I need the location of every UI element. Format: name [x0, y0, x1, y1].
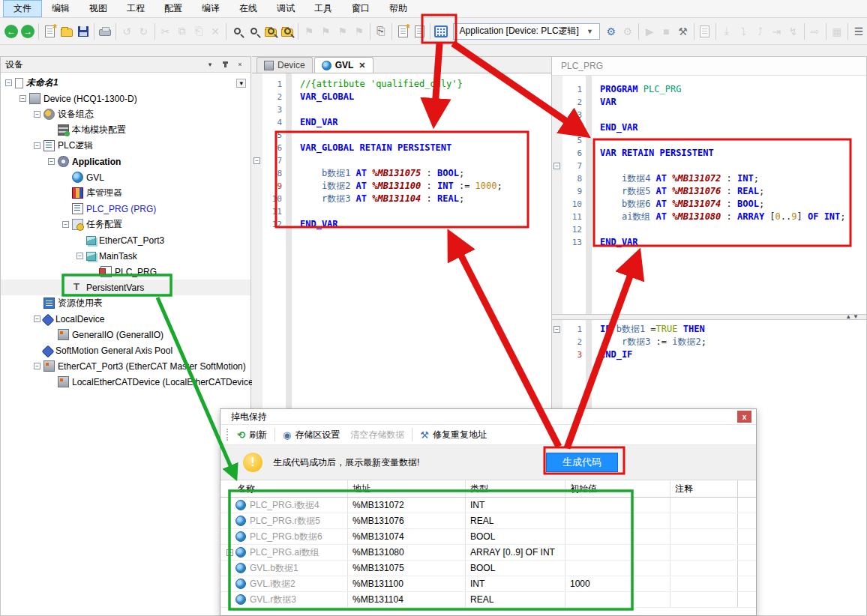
fold-marker-icon[interactable]: −	[554, 326, 560, 333]
code-line[interactable]	[600, 109, 866, 121]
tree-item-资源使用表[interactable]: 资源使用表	[1, 295, 250, 311]
tab-gvl[interactable]: GVL✕	[314, 57, 374, 73]
close-icon[interactable]: ×	[234, 59, 246, 70]
code-line[interactable]	[300, 154, 551, 167]
new-file-icon[interactable]	[42, 23, 57, 40]
code-line[interactable]: END_VAR	[600, 121, 866, 134]
fold-marker-icon[interactable]: −	[254, 157, 260, 164]
fold-marker-icon[interactable]: −	[554, 163, 560, 169]
code-line[interactable]: //{attribute 'qualified_only'}	[300, 78, 551, 91]
tree-item-GVL[interactable]: GVL	[1, 169, 250, 185]
step-into-icon[interactable]: ⤵	[736, 23, 751, 40]
column-header-地址[interactable]: 地址	[348, 480, 466, 497]
tree-item-LocalDevice[interactable]: −LocalDevice	[1, 311, 250, 327]
stop-icon[interactable]: ■	[658, 23, 674, 40]
code-line[interactable]: b数据6 AT %MB131074 : BOOL;	[600, 198, 866, 211]
bookmark-clear-icon[interactable]: ⚑	[352, 23, 367, 40]
paste-icon[interactable]: ⎗	[191, 23, 206, 40]
code-line[interactable]: i数据2 AT %MB131100 : INT := 1000;	[300, 180, 551, 193]
menu-帮助[interactable]: 帮助	[380, 0, 417, 17]
column-header-初始值[interactable]: 初始值	[566, 480, 670, 497]
splitter-arrows-icon[interactable]: ▲▼	[845, 313, 860, 320]
table-row[interactable]: PLC_PRG.r数据5%MB131076REAL	[220, 513, 756, 529]
bookmark-prev-icon[interactable]: ⚑	[318, 23, 333, 40]
plcprg-declaration-editor[interactable]: −12345678910111213PROGRAM PLC_PRGVAR END…	[552, 76, 866, 314]
code-line[interactable]	[300, 205, 551, 218]
code-line[interactable]: IF b数据1 =TRUE THEN	[600, 323, 866, 336]
filter-lines-icon[interactable]: ☰	[851, 23, 866, 40]
table-row[interactable]: +PLC_PRG.ai数组%MB131080ARRAY [0..9] OF IN…	[220, 545, 756, 561]
find-icon[interactable]	[230, 23, 244, 40]
code-line[interactable]: END_VAR	[600, 236, 866, 249]
menu-编辑[interactable]: 编辑	[42, 0, 80, 17]
tree-item-本地模块配置[interactable]: 本地模块配置	[1, 122, 250, 138]
code-line[interactable]: VAR RETAIN PERSISTENT	[600, 147, 866, 160]
undo-icon[interactable]: ↺	[119, 23, 134, 40]
generate-code-button[interactable]: 生成代码	[546, 453, 618, 472]
tree-item-PLC逻辑[interactable]: −PLC逻辑	[1, 138, 250, 154]
tree-item-任务配置[interactable]: −任务配置	[1, 217, 250, 232]
column-header-名称[interactable]: 名称	[220, 480, 348, 497]
tree-item-LocalEtherCATDevice-LocalEtherCATDevice-[interactable]: LocalEtherCATDevice (LocalEtherCATDevice…	[1, 374, 250, 390]
reset-icon[interactable]: ↯	[786, 23, 801, 40]
code-line[interactable]	[600, 160, 866, 172]
editor-splitter[interactable]: ▲▼	[552, 314, 866, 320]
tab-close-icon[interactable]: ✕	[358, 61, 365, 70]
code-line[interactable]: r数据5 AT %MB131076 : REAL;	[600, 185, 866, 198]
bookmark-toggle-icon[interactable]: ⚑	[302, 23, 316, 40]
tree-expander-icon[interactable]: −	[34, 315, 40, 322]
tree-filter-dropdown[interactable]: ▾	[236, 79, 246, 88]
code-line[interactable]: PROGRAM PLC_PRG	[600, 83, 866, 96]
table-row[interactable]: PLC_PRG.b数据6%MB131074BOOL	[220, 529, 756, 545]
code-line[interactable]: END_IF	[600, 348, 866, 361]
tab-device[interactable]: Device	[256, 57, 313, 73]
table-row[interactable]: PLC_PRG.i数据4%MB131072INT	[220, 498, 756, 513]
copy-icon[interactable]: ⧉	[175, 23, 190, 40]
code-line[interactable]: r数据3 AT %MB131104 : REAL;	[300, 193, 551, 205]
tree-item-EtherCAT_Port3-EtherCAT-Master-SoftMotion-[interactable]: −EtherCAT_Port3 (EtherCAT Master SoftMot…	[1, 358, 250, 374]
cut-icon[interactable]: ✂	[158, 23, 172, 40]
step-out-icon[interactable]: ⤴	[752, 23, 767, 40]
tree-item-MainTask[interactable]: −MainTask	[1, 248, 250, 264]
menu-工程[interactable]: 工程	[117, 0, 154, 17]
clear-data-button[interactable]: 清空存储数据	[345, 426, 410, 443]
chevron-down-icon[interactable]: ▼	[586, 28, 593, 35]
nav-back-icon[interactable]: ←	[4, 23, 19, 40]
build-icon[interactable]	[434, 23, 448, 40]
menu-工具[interactable]: 工具	[304, 0, 342, 17]
tree-item-PLC_PRG-PRG-[interactable]: PLC_PRG (PRG)	[1, 201, 250, 217]
goto-icon[interactable]: ⇨	[808, 23, 823, 40]
tree-item-库管理器[interactable]: 库管理器	[1, 185, 250, 201]
menu-在线[interactable]: 在线	[230, 0, 267, 17]
insert-grid-icon[interactable]	[395, 23, 410, 40]
code-line[interactable]: END_VAR	[300, 218, 551, 231]
tree-item-Application[interactable]: −Application	[1, 154, 250, 169]
redo-icon[interactable]: ↻	[136, 23, 151, 40]
存储区设置-button[interactable]: ◉存储区设置	[278, 426, 345, 443]
new-window-icon[interactable]	[412, 23, 427, 40]
config-tools-icon[interactable]: ⚒	[675, 23, 690, 40]
column-header-类型[interactable]: 类型	[466, 480, 566, 497]
tree-expander-icon[interactable]: −	[76, 253, 83, 259]
run-icon[interactable]: ▶	[642, 23, 657, 40]
step-next-icon[interactable]: ⇥	[769, 23, 784, 40]
tree-expander-icon[interactable]: −	[62, 221, 69, 228]
code-line[interactable]	[300, 103, 551, 116]
tree-expander-icon[interactable]: −	[48, 158, 55, 165]
code-line[interactable]	[600, 134, 866, 147]
tree-item-Device-HCQ1-1300-D-[interactable]: −Device (HCQ1-1300-D)	[1, 91, 250, 106]
tree-item-未命名1[interactable]: −未命名1▾	[1, 75, 250, 91]
tree-expander-icon[interactable]: −	[20, 95, 26, 102]
pin-icon[interactable]	[219, 59, 231, 70]
menu-编译[interactable]: 编译	[192, 0, 230, 17]
incremental-search-icon[interactable]	[246, 23, 261, 40]
code-line[interactable]: END_VAR	[300, 116, 551, 129]
menu-窗口[interactable]: 窗口	[342, 0, 380, 17]
bookmark-next-icon[interactable]: ⚑	[334, 23, 350, 40]
find-in-files-icon[interactable]	[263, 23, 278, 40]
code-line[interactable]: VAR	[600, 96, 866, 109]
刷新-button[interactable]: ⟲刷新	[232, 426, 272, 443]
tree-expander-icon[interactable]: −	[34, 142, 40, 149]
tree-item-EtherCAT_Port3[interactable]: EtherCAT_Port3	[1, 232, 250, 248]
code-line[interactable]: r数据3 := i数据2;	[600, 336, 866, 348]
